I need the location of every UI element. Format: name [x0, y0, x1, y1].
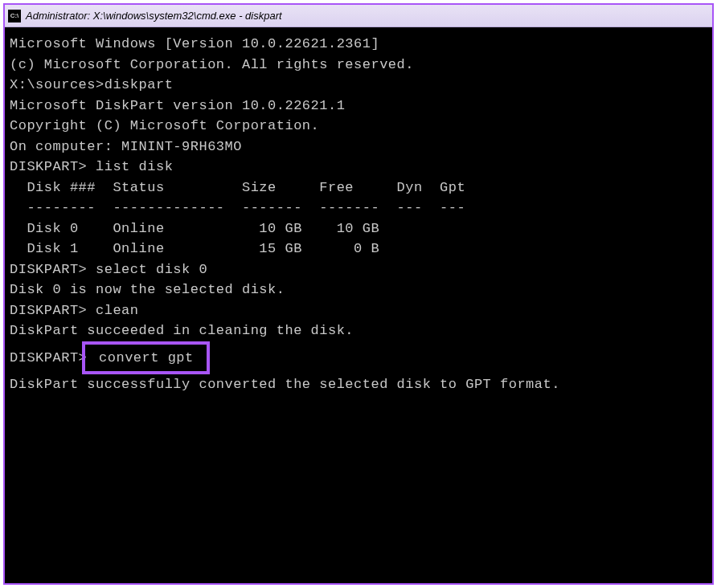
output-line: On computer: MININT-9RH63MO — [10, 137, 707, 157]
table-row: Disk 1 Online 15 GB 0 B — [10, 239, 707, 259]
output-line: Disk 0 is now the selected disk. — [10, 280, 707, 300]
prompt-line: DISKPART> list disk — [10, 157, 707, 178]
highlighted-command: convert gpt — [82, 341, 210, 375]
cmd-icon: C:\ — [8, 10, 21, 22]
table-divider: -------- ------------- ------- ------- -… — [10, 198, 707, 218]
prompt-line: X:\sources>diskpart — [10, 75, 707, 96]
output-line: Microsoft Windows [Version 10.0.22621.23… — [10, 34, 707, 55]
prompt-line: DISKPART> select disk 0 — [10, 259, 707, 280]
output-line: Copyright (C) Microsoft Corporation. — [10, 116, 707, 137]
prompt-prefix: DISKPART> — [10, 350, 87, 365]
window-title: Administrator: X:\windows\system32\cmd.e… — [26, 10, 282, 22]
table-header: Disk ### Status Size Free Dyn Gpt — [10, 178, 707, 198]
terminal-output[interactable]: Microsoft Windows [Version 10.0.22621.23… — [5, 27, 712, 583]
titlebar[interactable]: C:\ Administrator: X:\windows\system32\c… — [5, 5, 712, 27]
output-line: DiskPart successfully converted the sele… — [10, 374, 707, 395]
cmd-window: C:\ Administrator: X:\windows\system32\c… — [3, 3, 714, 585]
prompt-line: DISKPART> convert gpt — [10, 341, 707, 375]
output-line: Microsoft DiskPart version 10.0.22621.1 — [10, 96, 707, 116]
output-line: (c) Microsoft Corporation. All rights re… — [10, 55, 707, 76]
prompt-line: DISKPART> clean — [10, 300, 707, 321]
output-line: DiskPart succeeded in cleaning the disk. — [10, 321, 707, 341]
table-row: Disk 0 Online 10 GB 10 GB — [10, 218, 707, 239]
